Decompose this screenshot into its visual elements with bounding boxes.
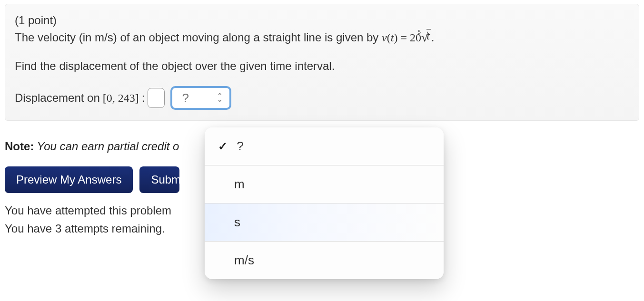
unit-option-s[interactable]: s xyxy=(205,204,444,242)
interval-text: [0, 243] xyxy=(103,92,139,105)
eq-root: 5√t xyxy=(421,29,431,46)
spacer xyxy=(15,46,629,59)
note-text: You can earn partial credit o xyxy=(34,140,179,153)
note-label: Note: xyxy=(5,140,34,153)
eq-paren-open: ( xyxy=(387,31,391,44)
displacement-label: Displacement on xyxy=(15,91,100,105)
unit-option-label: s xyxy=(234,215,240,229)
unit-option-placeholder[interactable]: ✓ ? xyxy=(205,127,444,165)
colon: : xyxy=(142,91,145,105)
prompt-text: The velocity (in m/s) of an object movin… xyxy=(15,31,382,44)
unit-option-label: ? xyxy=(237,139,243,153)
unit-option-label: m/s xyxy=(234,253,254,267)
problem-prompt: The velocity (in m/s) of an object movin… xyxy=(15,29,629,46)
unit-option-m-per-s[interactable]: m/s xyxy=(205,242,444,279)
problem-container: (1 point) The velocity (in m/s) of an ob… xyxy=(5,4,639,121)
eq-equals: = xyxy=(397,31,410,44)
displacement-input[interactable] xyxy=(148,88,165,108)
chevron-updown-icon: ⌃⌄ xyxy=(217,94,223,101)
eq-root-arg: t xyxy=(426,29,431,43)
answer-row: Displacement on [0, 243]: ? ⌃⌄ xyxy=(15,86,629,110)
eq-period: . xyxy=(431,31,434,44)
find-instruction: Find the displacement of the object over… xyxy=(15,59,629,73)
unit-selected-value: ? xyxy=(182,91,188,106)
unit-option-m[interactable]: m xyxy=(205,165,444,204)
preview-answers-button[interactable]: Preview My Answers xyxy=(5,166,133,193)
unit-dropdown-popover: ✓ ? m s m/s xyxy=(205,127,444,279)
submit-answers-button[interactable]: Submit Answers xyxy=(139,166,179,193)
check-icon: ✓ xyxy=(218,140,228,153)
unit-option-label: m xyxy=(234,177,245,191)
eq-root-index: 5 xyxy=(418,28,421,36)
points-label: (1 point) xyxy=(15,14,629,27)
unit-select[interactable]: ? ⌃⌄ xyxy=(170,86,231,110)
eq-func: v xyxy=(382,31,387,44)
